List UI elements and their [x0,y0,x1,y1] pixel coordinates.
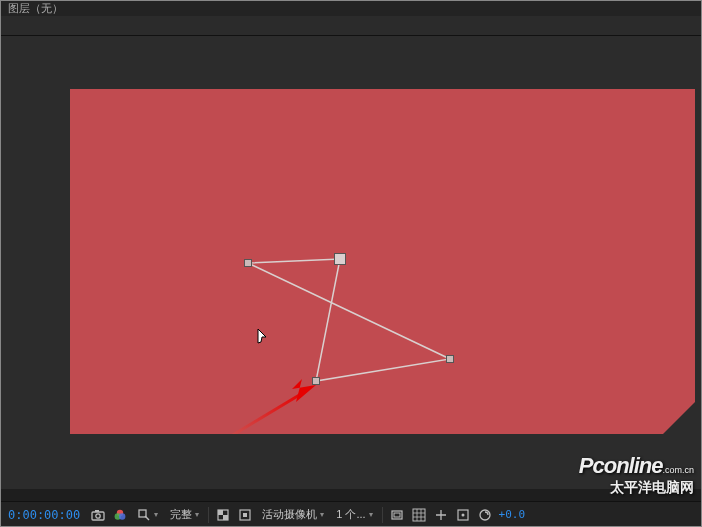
view-layout-dropdown[interactable]: 1 个... ▾ [333,507,375,522]
chevron-down-icon: ▾ [195,510,199,519]
safe-zones-icon[interactable] [389,507,405,523]
svg-point-5 [119,513,125,519]
chevron-down-icon: ▾ [154,510,158,519]
svg-rect-8 [218,510,223,515]
composition-viewer[interactable] [0,36,702,489]
camera-dropdown[interactable]: 活动摄像机 ▾ [259,507,327,522]
transparency-grid-icon[interactable] [215,507,231,523]
svg-point-1 [96,513,100,517]
svg-rect-2 [95,510,99,512]
channel-icon[interactable] [455,507,471,523]
composition-canvas[interactable] [70,89,695,434]
panel-tab-strip[interactable] [0,16,702,36]
panel-header: 图层（无） [0,0,702,16]
grid-icon[interactable] [411,507,427,523]
exposure-value[interactable]: +0.0 [499,508,526,521]
mask-vertex[interactable] [312,377,320,385]
mask-vertex[interactable] [334,253,346,265]
separator [382,507,383,523]
resolution-label: 完整 [170,507,192,522]
svg-rect-9 [223,515,228,520]
resolution-dropdown[interactable]: 完整 ▾ [167,507,202,522]
separator [208,507,209,523]
mask-visibility-icon[interactable] [237,507,253,523]
panel-title: 图层（无） [8,1,63,16]
view-count-label: 1 个... [336,507,365,522]
exposure-reset-icon[interactable] [477,507,493,523]
guides-icon[interactable] [433,507,449,523]
svg-rect-6 [139,510,146,517]
color-management-icon[interactable] [112,507,128,523]
annotation-arrow [70,89,695,434]
viewer-footer: 0:00:00:00 ▾ 完整 ▾ 活动摄像机 ▾ 1 个... ▾ [0,501,702,527]
fold-corner-icon [663,402,695,434]
chevron-down-icon: ▾ [369,510,373,519]
snapshot-icon[interactable] [90,507,106,523]
svg-rect-13 [394,513,400,517]
svg-point-16 [461,513,464,516]
mask-vertex[interactable] [244,259,252,267]
svg-rect-11 [243,513,247,517]
magnification-dropdown[interactable]: ▾ [134,508,161,522]
chevron-down-icon: ▾ [320,510,324,519]
timecode-display[interactable]: 0:00:00:00 [4,508,84,522]
camera-label: 活动摄像机 [262,507,317,522]
svg-rect-14 [413,509,425,521]
magnify-icon [137,508,151,522]
mask-path[interactable] [70,89,695,434]
mask-vertex[interactable] [446,355,454,363]
pen-cursor-icon [256,327,272,345]
